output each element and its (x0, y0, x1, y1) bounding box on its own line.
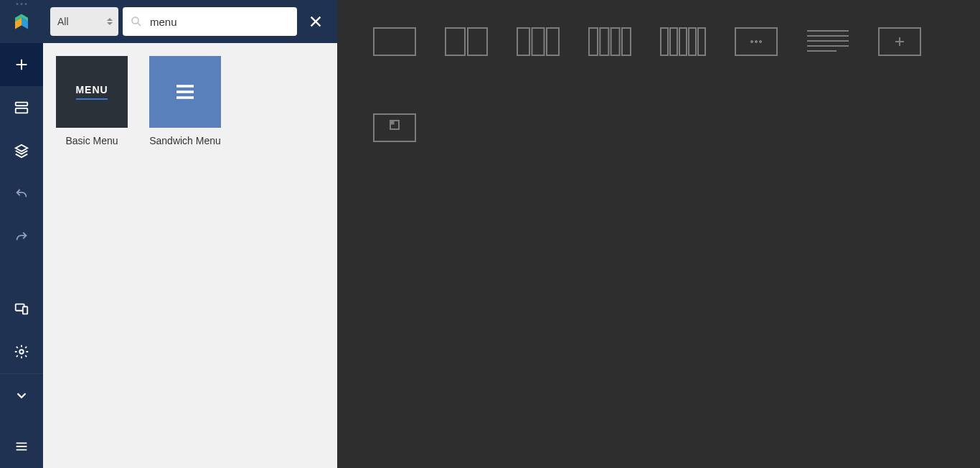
tree-view-button[interactable] (0, 129, 43, 172)
category-dropdown[interactable]: All (50, 7, 118, 36)
layout-1-col[interactable] (373, 27, 416, 56)
svg-rect-17 (600, 28, 608, 55)
svg-rect-16 (589, 28, 598, 55)
element-sandwich-menu[interactable]: Sandwich Menu (149, 56, 221, 455)
hamburger-icon (174, 80, 197, 103)
hamburger-icon (14, 439, 29, 454)
layers-icon (14, 143, 29, 159)
svg-rect-19 (622, 28, 631, 55)
app-logo (0, 0, 43, 43)
svg-rect-13 (517, 28, 529, 55)
dropdown-selected: All (57, 16, 69, 27)
element-label: Basic Menu (65, 135, 118, 146)
devices-icon (14, 301, 29, 317)
redo-button[interactable] (0, 215, 43, 258)
element-label: Sandwich Menu (149, 135, 221, 146)
layout-custom[interactable] (735, 27, 778, 56)
template-block[interactable] (373, 113, 416, 142)
undo-button[interactable] (0, 172, 43, 215)
svg-point-7 (19, 350, 24, 354)
svg-rect-23 (689, 28, 696, 55)
svg-rect-21 (670, 28, 677, 55)
close-icon (308, 14, 324, 29)
layout-4-col[interactable] (588, 27, 631, 56)
sort-chevrons-icon (107, 18, 113, 25)
svg-point-26 (750, 40, 753, 42)
plus-icon (14, 57, 29, 72)
svg-rect-37 (374, 114, 415, 141)
svg-rect-6 (23, 306, 27, 314)
redo-icon (14, 229, 29, 245)
svg-point-8 (132, 17, 138, 24)
svg-point-28 (759, 40, 761, 42)
svg-rect-39 (390, 121, 394, 124)
svg-rect-3 (16, 103, 28, 106)
sandwich-menu-thumb (149, 56, 221, 128)
svg-rect-24 (698, 28, 705, 55)
publish-button[interactable] (0, 373, 43, 416)
add-element-block[interactable] (878, 27, 921, 56)
search-input[interactable] (150, 16, 290, 28)
svg-rect-12 (468, 28, 487, 55)
undo-icon (14, 186, 29, 202)
svg-point-27 (755, 40, 757, 42)
layout-5-col[interactable] (660, 27, 706, 56)
gear-icon (14, 344, 29, 360)
drag-dots-icon (17, 3, 27, 5)
layout-3-col[interactable] (517, 27, 560, 56)
main-sidebar (0, 0, 43, 468)
elements-panel: All MENU Basic Menu Sandwich Menu (43, 0, 337, 468)
templates-button[interactable] (0, 86, 43, 129)
template-icon (14, 100, 29, 116)
row-layout-toolbar (373, 27, 944, 142)
add-element-button[interactable] (0, 43, 43, 86)
search-icon (130, 15, 143, 28)
text-block[interactable] (806, 27, 849, 56)
layout-2-col[interactable] (445, 27, 488, 56)
element-basic-menu[interactable]: MENU Basic Menu (56, 56, 128, 455)
close-panel-button[interactable] (301, 7, 330, 36)
thumb-text: MENU (75, 84, 108, 95)
svg-rect-15 (547, 28, 559, 55)
settings-button[interactable] (0, 330, 43, 373)
editor-canvas (337, 0, 980, 468)
svg-rect-11 (446, 28, 465, 55)
chevron-down-icon (14, 388, 29, 403)
svg-line-9 (138, 23, 141, 26)
basic-menu-thumb: MENU (56, 56, 128, 128)
svg-rect-18 (611, 28, 620, 55)
menu-toggle-button[interactable] (0, 425, 43, 468)
svg-rect-4 (16, 108, 28, 113)
elements-grid: MENU Basic Menu Sandwich Menu (43, 43, 337, 468)
thumb-underline (76, 98, 108, 100)
svg-rect-20 (661, 28, 668, 55)
responsive-button[interactable] (0, 287, 43, 330)
svg-rect-22 (679, 28, 687, 55)
svg-rect-14 (532, 28, 545, 55)
vc-logo-icon (11, 11, 32, 32)
search-box (123, 7, 297, 36)
panel-header: All (43, 0, 337, 43)
svg-rect-10 (374, 28, 415, 55)
